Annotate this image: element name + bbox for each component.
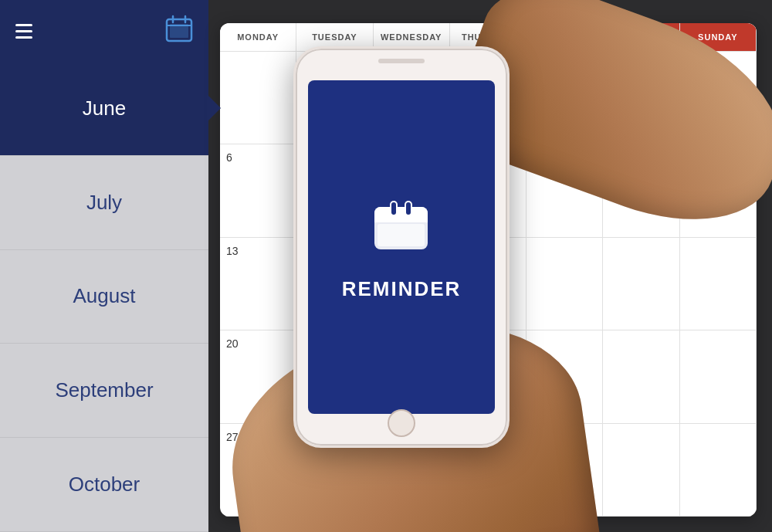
- hamburger-line-2: [15, 30, 32, 32]
- phone-screen: REMINDER: [308, 80, 494, 414]
- table-row: [680, 330, 757, 422]
- phone-home-button[interactable]: [388, 409, 415, 437]
- hamburger-line-3: [15, 36, 32, 39]
- sidebar-item-june[interactable]: June: [0, 62, 208, 156]
- header-monday: MONDAY: [220, 23, 296, 51]
- svg-rect-8: [378, 224, 425, 246]
- table-row: [603, 238, 679, 330]
- table-row: [680, 424, 757, 516]
- table-row: [603, 424, 679, 516]
- sidebar: June July August September October: [0, 0, 208, 532]
- phone-speaker: [378, 59, 425, 63]
- table-row: [527, 238, 603, 330]
- hamburger-menu-button[interactable]: [15, 24, 32, 39]
- calendar-header-icon: [165, 15, 193, 48]
- sidebar-item-july[interactable]: July: [0, 156, 208, 250]
- hamburger-line-1: [15, 24, 32, 26]
- svg-rect-11: [391, 202, 396, 215]
- sidebar-header: [0, 0, 208, 62]
- table-row: 13: [220, 238, 296, 330]
- phone-calendar-icon: [368, 193, 434, 262]
- svg-rect-7: [374, 216, 428, 222]
- table-row: [220, 52, 296, 144]
- sidebar-item-october[interactable]: October: [0, 438, 208, 532]
- sidebar-item-september[interactable]: September: [0, 344, 208, 438]
- sidebar-item-august[interactable]: August: [0, 250, 208, 344]
- reminder-label: REMINDER: [342, 277, 462, 301]
- month-list: June July August September October: [0, 62, 208, 532]
- phone-device[interactable]: REMINDER: [293, 46, 510, 448]
- table-row: [680, 238, 757, 330]
- table-row: [603, 330, 679, 422]
- phone-body: REMINDER: [293, 46, 510, 448]
- svg-rect-12: [406, 202, 411, 215]
- table-row: 6: [220, 144, 296, 236]
